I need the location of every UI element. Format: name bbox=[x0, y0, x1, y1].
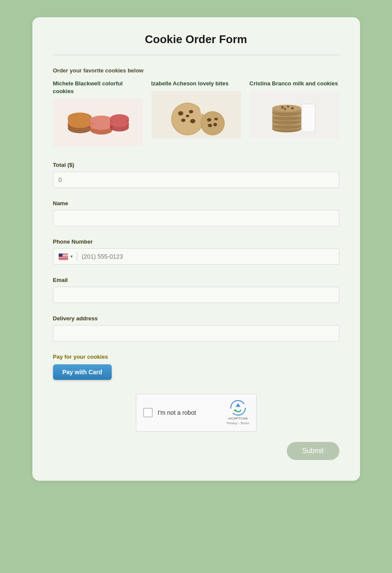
name-input[interactable] bbox=[53, 210, 339, 226]
email-input[interactable] bbox=[53, 287, 339, 303]
cookie-item-1: Michele Blackwell colorful cookies bbox=[53, 80, 143, 146]
recaptcha-privacy[interactable]: Privacy bbox=[227, 421, 238, 425]
total-input[interactable] bbox=[53, 172, 339, 188]
cookies-grid: Michele Blackwell colorful cookies bbox=[53, 80, 339, 146]
cookie-image-1 bbox=[53, 99, 143, 146]
svg-rect-30 bbox=[302, 105, 314, 131]
recaptcha-icon bbox=[230, 400, 246, 416]
cookie-image-2 bbox=[151, 91, 241, 138]
submit-row: Submit bbox=[53, 442, 339, 460]
us-flag-icon bbox=[59, 254, 68, 260]
choc-chip-svg bbox=[162, 91, 231, 138]
email-field-group: Email bbox=[53, 277, 339, 303]
cookies-section-label: Order your favorite cookies below bbox=[53, 67, 339, 74]
stacked-svg bbox=[260, 91, 329, 138]
svg-point-24 bbox=[201, 112, 224, 135]
cookie-name-1: Michele Blackwell colorful cookies bbox=[53, 80, 143, 95]
svg-point-26 bbox=[214, 118, 218, 120]
svg-point-46 bbox=[231, 401, 245, 416]
recaptcha-label: I'm not a robot bbox=[158, 409, 196, 416]
recaptcha-brand-text: reCAPTCHA bbox=[228, 416, 248, 420]
delivery-field-group: Delivery address bbox=[53, 315, 339, 341]
phone-divider bbox=[77, 252, 77, 261]
svg-point-20 bbox=[181, 119, 185, 122]
phone-label: Phone Number bbox=[53, 238, 339, 245]
total-field-group: Total ($) bbox=[53, 162, 339, 188]
svg-point-17 bbox=[172, 103, 203, 135]
payment-section: Pay for your cookies Pay with Card bbox=[53, 354, 339, 380]
pay-with-card-button[interactable]: Pay with Card bbox=[53, 364, 112, 380]
recaptcha-privacy-terms: Privacy - Terms bbox=[227, 421, 249, 425]
recaptcha-container: I'm not a robot reCAPTCHA Privacy - Term… bbox=[53, 394, 339, 432]
cookie-item-2: Izabelle Acheson lovely bites bbox=[151, 80, 241, 146]
cookie-image-3 bbox=[250, 91, 339, 138]
svg-point-42 bbox=[281, 106, 284, 109]
phone-country-selector[interactable]: ▼ bbox=[59, 254, 74, 260]
phone-field-group: Phone Number ▼ bbox=[53, 238, 339, 265]
delivery-label: Delivery address bbox=[53, 315, 339, 322]
svg-point-28 bbox=[213, 123, 217, 126]
recaptcha-checkbox[interactable] bbox=[143, 408, 153, 417]
svg-point-9 bbox=[90, 116, 113, 125]
svg-point-47 bbox=[234, 410, 236, 412]
svg-point-45 bbox=[284, 108, 286, 110]
name-label: Name bbox=[53, 200, 339, 207]
recaptcha-logo: reCAPTCHA Privacy - Terms bbox=[227, 400, 249, 425]
cookie-item-3: Cristina Branco milk and cookies bbox=[250, 80, 339, 146]
svg-point-25 bbox=[207, 118, 211, 122]
phone-dropdown-arrow: ▼ bbox=[70, 254, 74, 259]
total-label: Total ($) bbox=[53, 162, 339, 168]
svg-point-27 bbox=[208, 124, 212, 127]
page-title: Cookie Order Form bbox=[53, 33, 339, 55]
svg-point-14 bbox=[110, 114, 129, 123]
phone-wrapper: ▼ bbox=[53, 248, 339, 265]
recaptcha-box: I'm not a robot reCAPTCHA Privacy - Term… bbox=[136, 394, 257, 432]
macarons-svg bbox=[63, 99, 132, 146]
email-label: Email bbox=[53, 277, 339, 283]
payment-section-label: Pay for your cookies bbox=[53, 354, 339, 360]
name-field-group: Name bbox=[53, 200, 339, 226]
phone-input[interactable] bbox=[82, 249, 333, 264]
svg-point-19 bbox=[189, 110, 193, 113]
svg-point-44 bbox=[291, 107, 294, 110]
form-card: Cookie Order Form Order your favorite co… bbox=[32, 17, 360, 481]
svg-point-22 bbox=[186, 115, 189, 117]
svg-point-43 bbox=[287, 106, 289, 108]
svg-point-4 bbox=[68, 113, 92, 123]
recaptcha-left: I'm not a robot bbox=[143, 408, 196, 417]
delivery-address-input[interactable] bbox=[53, 325, 339, 341]
svg-point-21 bbox=[190, 119, 195, 123]
cookie-name-2: Izabelle Acheson lovely bites bbox=[151, 80, 241, 88]
cookie-name-3: Cristina Branco milk and cookies bbox=[250, 80, 339, 88]
submit-button[interactable]: Submit bbox=[287, 442, 339, 460]
recaptcha-terms[interactable]: Terms bbox=[240, 421, 249, 425]
svg-point-18 bbox=[178, 111, 183, 116]
svg-point-41 bbox=[272, 105, 301, 112]
